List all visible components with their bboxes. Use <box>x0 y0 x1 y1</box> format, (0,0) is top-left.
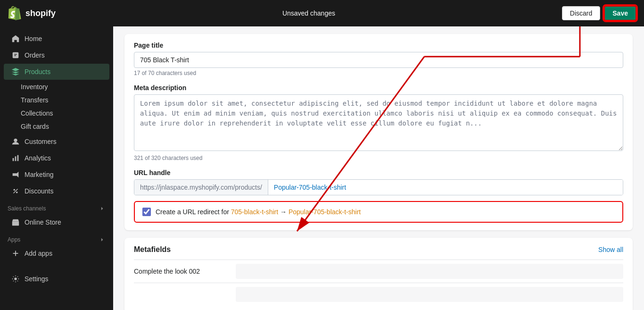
svg-rect-4 <box>13 158 14 161</box>
sidebar-label-marketing: Marketing <box>25 171 53 178</box>
sidebar-label-settings: Settings <box>25 275 49 283</box>
customers-icon <box>11 137 20 146</box>
show-all-link[interactable]: Show all <box>598 246 623 253</box>
apps-section: Apps <box>0 231 113 245</box>
redirect-label: Create a URL redirect for 705-black-t-sh… <box>156 208 361 216</box>
discounts-icon <box>11 187 20 195</box>
plus-icon <box>11 249 20 258</box>
sidebar-label-gift-cards: Gift cards <box>21 123 49 130</box>
sidebar-item-orders[interactable]: Orders <box>4 47 109 63</box>
svg-rect-5 <box>15 156 17 161</box>
topbar: shopify Unsaved changes Discard Save <box>0 0 644 26</box>
products-icon <box>11 67 20 76</box>
page-title-card: Page title 17 of 70 characters used Meta… <box>124 34 633 230</box>
sidebar-label-analytics: Analytics <box>25 154 51 162</box>
sidebar: Home Orders Products Inventory Transfers… <box>0 26 113 310</box>
chevron-right-icon <box>99 205 106 212</box>
redirect-old-url: 705-black-t-shirt <box>231 208 278 216</box>
discard-button[interactable]: Discard <box>562 6 600 20</box>
metafields-header: Metafields Show all <box>134 245 623 254</box>
layout: Home Orders Products Inventory Transfers… <box>0 26 644 310</box>
sidebar-label-transfers: Transfers <box>21 96 49 104</box>
main-content: Page title 17 of 70 characters used Meta… <box>113 26 644 310</box>
sidebar-item-home[interactable]: Home <box>4 31 109 47</box>
sidebar-item-add-apps[interactable]: Add apps <box>4 245 109 261</box>
sidebar-item-collections[interactable]: Collections <box>0 107 113 120</box>
metafield-name: Complete the look 002 <box>134 268 228 275</box>
sales-channels-section: Sales channels <box>0 200 113 214</box>
svg-point-13 <box>14 277 17 280</box>
sidebar-item-discounts[interactable]: Discounts <box>4 183 109 199</box>
sidebar-label-discounts: Discounts <box>25 187 53 195</box>
topbar-actions: Discard Save <box>562 6 636 21</box>
save-button[interactable]: Save <box>604 6 636 21</box>
svg-point-7 <box>14 189 16 191</box>
metafields-card: Metafields Show all Complete the look 00… <box>124 238 633 310</box>
chevron-right-icon-apps <box>99 236 106 243</box>
svg-rect-0 <box>13 52 19 59</box>
page-title-input[interactable] <box>134 52 623 68</box>
settings-icon <box>11 275 20 283</box>
url-prefix: https://jnlaspace.myshopify.com/products… <box>134 180 268 195</box>
sidebar-label-products: Products <box>25 68 50 75</box>
marketing-icon <box>11 170 20 179</box>
sidebar-label-home: Home <box>25 35 42 42</box>
page-title-char-count: 17 of 70 characters used <box>134 70 623 76</box>
sidebar-label-online-store: Online Store <box>25 218 61 226</box>
svg-rect-6 <box>17 155 19 161</box>
topbar-title: Unsaved changes <box>282 9 335 17</box>
redirect-new-url: Popular-705-black-t-shirt <box>289 208 361 216</box>
sidebar-item-products[interactable]: Products <box>4 64 109 80</box>
svg-rect-10 <box>12 221 19 226</box>
shopify-logo: shopify <box>8 6 56 20</box>
metafield-row-2 <box>134 283 623 306</box>
topbar-left: shopify <box>8 6 56 20</box>
home-icon <box>11 34 20 43</box>
sidebar-label-collections: Collections <box>21 109 53 117</box>
url-handle-label: URL handle <box>134 169 623 176</box>
meta-description-input[interactable] <box>134 94 623 151</box>
sidebar-label-add-apps: Add apps <box>25 250 52 257</box>
page-title-label: Page title <box>134 42 623 49</box>
sidebar-label-inventory: Inventory <box>21 83 48 91</box>
redirect-box: Create a URL redirect for 705-black-t-sh… <box>134 201 623 223</box>
store-icon <box>11 218 20 226</box>
logo-text: shopify <box>25 8 56 18</box>
sidebar-item-inventory[interactable]: Inventory <box>0 80 113 93</box>
redirect-arrow: → <box>280 208 289 216</box>
sidebar-item-settings[interactable]: Settings <box>4 271 109 287</box>
sidebar-item-analytics[interactable]: Analytics <box>4 150 109 166</box>
sales-channels-label: Sales channels <box>8 205 46 212</box>
metafields-title: Metafields <box>134 245 171 254</box>
sidebar-item-gift-cards[interactable]: Gift cards <box>0 120 113 133</box>
sidebar-item-transfers[interactable]: Transfers <box>0 93 113 107</box>
svg-point-8 <box>16 192 18 193</box>
sidebar-label-orders: Orders <box>25 51 45 59</box>
redirect-checkbox[interactable] <box>142 208 151 216</box>
analytics-icon <box>11 154 20 162</box>
metafield-row: Complete the look 002 <box>134 260 623 283</box>
url-handle-row: https://jnlaspace.myshopify.com/products… <box>134 179 623 195</box>
sidebar-item-customers[interactable]: Customers <box>4 134 109 150</box>
metafield-value-2 <box>236 287 623 302</box>
orders-icon <box>11 51 20 59</box>
metafield-value <box>236 264 623 279</box>
sidebar-label-customers: Customers <box>25 138 57 145</box>
url-handle-input[interactable] <box>268 180 623 195</box>
apps-label: Apps <box>8 236 20 243</box>
sidebar-item-online-store[interactable]: Online Store <box>4 214 109 230</box>
svg-point-3 <box>14 139 17 142</box>
meta-desc-label: Meta description <box>134 84 623 92</box>
meta-desc-char-count: 321 of 320 characters used <box>134 155 623 161</box>
sidebar-item-marketing[interactable]: Marketing <box>4 167 109 183</box>
